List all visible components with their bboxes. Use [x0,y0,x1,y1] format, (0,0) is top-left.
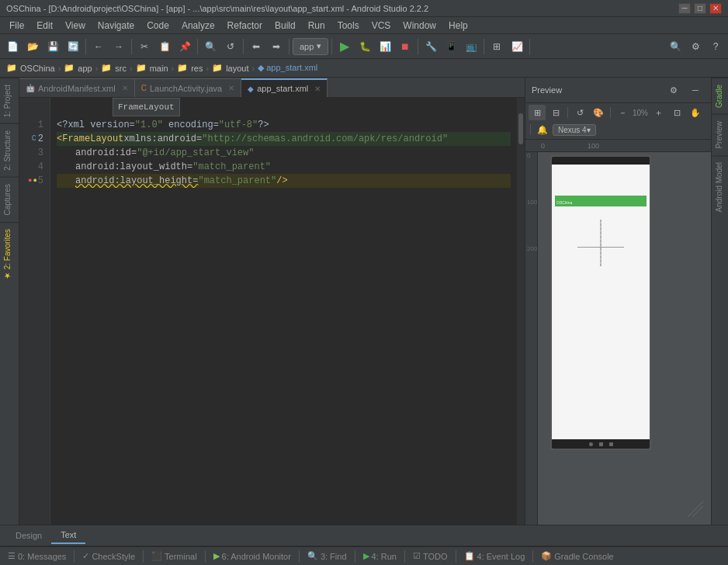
save-all-button[interactable]: 💾 [43,37,62,56]
run-tool[interactable]: ▶ 4: Run [359,549,401,563]
tool-sep-6 [404,550,405,563]
preview-zoom-in[interactable]: ＋ [650,105,667,120]
bc-main[interactable]: main [150,64,168,73]
menu-edit[interactable]: Edit [30,19,59,33]
bc-app[interactable]: app [78,64,92,73]
bc-layout[interactable]: layout [226,64,248,73]
preview-theme[interactable]: 🎨 [590,105,607,120]
terminal-label: Terminal [165,552,197,561]
replace-button[interactable]: ↺ [221,37,240,56]
bc-file[interactable]: ◆ app_start.xml [258,63,317,73]
preview-sep-2 [610,107,611,118]
tab-androidmanifest-close[interactable]: ✕ [122,84,128,92]
menu-analyze[interactable]: Analyze [175,19,221,33]
menu-window[interactable]: Window [397,19,442,33]
avd-button[interactable]: 📺 [462,37,480,56]
favorites-panel-tab[interactable]: ★ 2: Favorites [0,222,19,286]
monitor-button[interactable]: 📈 [508,37,526,56]
preview-panel-tab[interactable]: Preview [712,114,728,155]
coverage-button[interactable]: 📊 [376,37,394,56]
event-log-label: 4: Event Log [477,552,525,561]
help-icon-button[interactable]: ? [706,37,725,56]
java-icon: C [141,84,147,92]
gradle-console-tool[interactable]: 📦 Gradle Console [536,549,618,563]
android-monitor-tool[interactable]: ▶ 6: Android Monitor [209,549,296,563]
menu-code[interactable]: Code [140,19,175,33]
tab-androidmanifest[interactable]: 🤖 AndroidManifest.xml ✕ [19,78,135,97]
preview-pan[interactable]: ✋ [687,105,704,120]
forward-button[interactable]: ➡ [267,37,286,56]
preview-settings-button[interactable]: ⚙ [664,81,683,99]
warning-icon-line5: ● [33,174,36,188]
run-button[interactable]: ▶ [335,37,354,56]
new-file-button[interactable]: 📄 [3,37,22,56]
terminal-tool[interactable]: ⬛ Terminal [147,549,202,563]
find-label: 3: Find [321,552,347,561]
app-selector[interactable]: app ▾ [293,38,328,55]
ruler-v-0: 0 [527,152,530,159]
close-button[interactable]: ✕ [709,3,722,14]
event-log-tool[interactable]: 📋 4: Event Log [459,549,530,563]
undo-button[interactable]: ← [89,37,108,56]
menu-run[interactable]: Run [302,19,331,33]
tab-app-start-close[interactable]: ✕ [314,85,321,93]
find-button[interactable]: 🔍 [201,37,220,56]
tab-design[interactable]: Design [6,528,51,543]
layout-button[interactable]: ⊞ [487,37,506,56]
menu-build[interactable]: Build [269,19,302,33]
paste-button[interactable]: 📌 [175,37,194,56]
menu-help[interactable]: Help [442,19,474,33]
preview-zoom-out[interactable]: － [614,105,631,120]
debug-button[interactable]: 🐛 [355,37,374,56]
code-content[interactable]: FrameLayout <?xml version="1.0" encoding… [50,98,517,525]
tab-text[interactable]: Text [51,527,85,544]
find-tool[interactable]: 🔍 3: Find [303,549,352,563]
back-button[interactable]: ⬅ [247,37,265,56]
menu-view[interactable]: View [59,19,92,33]
messages-tool[interactable]: ☰ 0: Messages [3,549,71,563]
preview-fit[interactable]: ⊡ [668,105,685,120]
sync-button[interactable]: 🔄 [64,37,82,56]
phone-status-bar [552,157,650,165]
bc-res[interactable]: res [191,64,203,73]
open-button[interactable]: 📂 [23,37,42,56]
preview-alert[interactable]: 🔔 [534,122,551,137]
todo-tool[interactable]: ☑ TODO [408,549,452,563]
tab-app-start[interactable]: ◆ app_start.xml ✕ [241,78,328,97]
copy-button[interactable]: 📋 [155,37,174,56]
menu-refactor[interactable]: Refactor [221,19,269,33]
menu-file[interactable]: File [3,19,30,33]
project-panel-tab[interactable]: 1: Project [0,78,19,123]
menu-vcs[interactable]: VCS [366,19,397,33]
gradle-sync-button[interactable]: 🔧 [421,37,440,56]
preview-device-selector[interactable]: Nexus 4▾ [553,124,596,136]
code-line-5: android:layout_height="match_parent"/> [57,174,511,188]
bc-src[interactable]: src [115,64,127,73]
tab-launchactivity[interactable]: C LaunchActivity.java ✕ [135,78,242,97]
maximize-button[interactable]: □ [694,3,706,14]
gradle-panel-tab[interactable]: Gradle [712,78,728,114]
redo-button[interactable]: → [109,37,128,56]
minimize-button[interactable]: ─ [678,3,691,14]
settings-button[interactable]: ⚙ [686,37,705,56]
cut-button[interactable]: ✂ [135,37,154,56]
android-model-panel-tab[interactable]: Android Model [712,155,728,218]
captures-panel-tab[interactable]: Captures [0,177,19,222]
stop-button[interactable]: ⏹ [396,37,414,56]
messages-label: 0: Messages [18,552,66,561]
scroll-indicator[interactable] [517,98,525,525]
bc-oschina[interactable]: OSChina [20,64,55,73]
tab-launchactivity-close[interactable]: ✕ [228,84,234,92]
sdk-button[interactable]: 📱 [442,37,460,56]
preview-mode-blueprint[interactable]: ⊟ [547,105,564,120]
preview-minimize-button[interactable]: ─ [686,81,705,99]
structure-panel-tab[interactable]: 2: Structure [0,123,19,177]
preview-rotate[interactable]: ↺ [571,105,588,120]
menu-navigate[interactable]: Navigate [92,19,140,33]
preview-mode-design[interactable]: ⊞ [529,105,546,120]
menu-tools[interactable]: Tools [331,19,366,33]
frame-layout-tag: <FrameLayout [57,132,123,146]
error-indicator: C [32,132,36,146]
search-button[interactable]: 🔍 [666,37,685,56]
checkstyle-tool[interactable]: ✓ CheckStyle [78,549,140,563]
